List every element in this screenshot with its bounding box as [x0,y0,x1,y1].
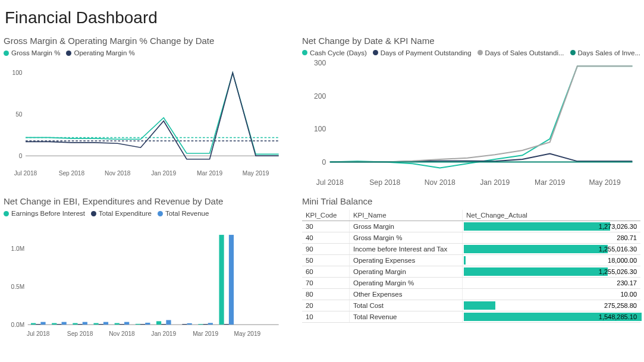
svg-rect-50 [203,324,208,325]
cell-name: Operating Expenses [350,255,463,266]
svg-rect-34 [52,323,56,325]
svg-rect-41 [219,235,224,325]
chart-title: Net Change by Date & KPI Name [302,36,640,46]
svg-text:200: 200 [314,92,326,100]
cell-code: 70 [302,278,350,288]
cell-name: Income before Interest and Tax [350,244,463,254]
swatch-icon [91,211,96,216]
svg-rect-61 [229,235,234,325]
table-row[interactable]: 40Gross Margin %280.71 [302,232,640,244]
table-row[interactable]: 20Total Cost275,258.80 [302,300,640,311]
cell-bar: 1,255,026.30 [463,266,640,277]
cell-code: 10 [302,311,350,322]
svg-rect-44 [78,324,83,325]
bar-fill [464,267,608,276]
svg-rect-37 [115,323,120,325]
legend-label: Earnings Before Interest [11,210,85,217]
legend-item-days-inventory[interactable]: Days Sales of Inve... [570,49,640,56]
svg-text:0: 0 [322,158,326,166]
cell-bar: 10.00 [463,289,640,300]
table-row[interactable]: 30Gross Margin1,273,026.30 [302,221,640,232]
chart-bar-ebi[interactable]: 0.0M0.5M1.0MJul 2018Sep 2018Nov 2018Jan … [4,219,284,351]
cell-bar: 230.17 [463,278,640,288]
cell-bar: 1,548,285.10 [463,311,640,322]
legend-item-total-expend[interactable]: Total Expenditure [91,210,152,217]
legend-label: Days of Sales Outstandi... [485,49,564,56]
cell-name: Operating Margin % [350,278,463,288]
svg-text:Jul 2018: Jul 2018 [316,178,344,187]
svg-text:Sep 2018: Sep 2018 [59,170,85,177]
cell-code: 40 [302,232,350,243]
cell-bar: 18,000.00 [463,255,640,266]
svg-rect-49 [182,324,187,325]
tile-gross-operating-margin: Gross Margin & Operating Margin % Change… [4,36,284,190]
legend-item-operating-margin[interactable]: Operating Margin % [66,49,134,56]
table-row[interactable]: 60Operating Margin1,255,026.30 [302,266,640,278]
bar-fill [464,301,495,310]
svg-text:100: 100 [12,70,23,76]
table-row[interactable]: 80Other Expenses10.00 [302,289,640,300]
svg-text:Mar 2019: Mar 2019 [197,170,222,177]
cell-code: 60 [302,266,350,277]
legend-item-cash-cycle[interactable]: Cash Cycle (Days) [302,49,367,56]
col-header-name[interactable]: KPI_Name [350,210,463,221]
cell-value: 1,255,026.30 [599,268,637,275]
cell-value: 275,258.80 [604,302,637,309]
table-row[interactable]: 50Operating Expenses18,000.00 [302,255,640,266]
svg-text:May 2019: May 2019 [234,330,261,337]
legend-label: Cash Cycle (Days) [310,49,367,56]
svg-text:Sep 2018: Sep 2018 [369,178,400,187]
tile-ebi-expend-revenue: Net Change in EBI, Expenditures and Reve… [4,196,284,351]
legend-item-total-revenue[interactable]: Total Revenue [158,210,209,217]
table-row[interactable]: 10Total Revenue1,548,285.10 [302,311,640,323]
col-header-code[interactable]: KPI_Code [302,210,350,221]
svg-rect-39 [156,321,161,325]
svg-text:1.0M: 1.0M [11,245,25,252]
chart-title: Gross Margin & Operating Margin % Change… [4,36,284,46]
legend-item-gross-margin[interactable]: Gross Margin % [4,49,60,56]
legend-item-ebi[interactable]: Earnings Before Interest [4,210,85,217]
legend-item-days-payment[interactable]: Days of Payment Outstanding [373,49,472,56]
swatch-icon [66,51,71,56]
swatch-icon [4,211,9,216]
svg-rect-35 [73,323,77,325]
cell-value: 1,273,026.30 [599,223,637,230]
cell-bar: 1,273,026.30 [463,221,640,232]
svg-rect-58 [166,320,171,325]
table-row[interactable]: 70Operating Margin %230.17 [302,278,640,289]
legend: Cash Cycle (Days) Days of Payment Outsta… [302,49,640,56]
cell-code: 50 [302,255,350,266]
svg-rect-45 [99,324,103,325]
cell-name: Total Revenue [350,311,463,322]
cell-value: 18,000.00 [608,257,637,264]
svg-rect-40 [198,324,203,325]
legend-item-days-sales[interactable]: Days of Sales Outstandi... [477,49,564,56]
svg-rect-38 [136,324,140,325]
svg-rect-46 [120,324,124,325]
svg-text:Jul 2018: Jul 2018 [27,330,50,337]
tile-net-change-kpi: Net Change by Date & KPI Name Cash Cycle… [302,36,640,190]
svg-text:Jan 2019: Jan 2019 [151,330,176,337]
cell-name: Operating Margin [350,266,463,277]
chart-line-margin[interactable]: 050100Jul 2018Sep 2018Nov 2018Jan 2019Ma… [4,59,284,190]
table-row[interactable]: 90Income before Interest and Tax1,255,01… [302,244,640,255]
swatch-icon [158,211,163,216]
cell-value: 1,255,016.30 [599,245,637,253]
svg-text:0.0M: 0.0M [11,322,25,328]
chart-line-kpi[interactable]: 0100200300Jul 2018Sep 2018Nov 2018Jan 20… [302,59,640,190]
table-header-row: KPI_Code KPI_Name Net_Change_Actual [302,210,640,221]
bar-fill [464,222,610,231]
svg-rect-51 [224,324,229,325]
svg-text:Nov 2018: Nov 2018 [105,170,131,177]
page-title: Financial Dashboard [5,8,640,27]
tile-mini-trial-balance: Mini Trial Balance KPI_Code KPI_Name Net… [302,196,640,351]
col-header-value[interactable]: Net_Change_Actual [463,210,640,221]
legend: Earnings Before Interest Total Expenditu… [4,210,284,217]
cell-code: 30 [302,221,350,232]
svg-text:Jan 2019: Jan 2019 [480,178,510,187]
svg-text:Nov 2018: Nov 2018 [425,178,455,187]
cell-code: 80 [302,289,350,300]
svg-text:300: 300 [314,59,326,67]
bar-fill [464,245,608,253]
cell-value: 230.17 [617,279,637,287]
